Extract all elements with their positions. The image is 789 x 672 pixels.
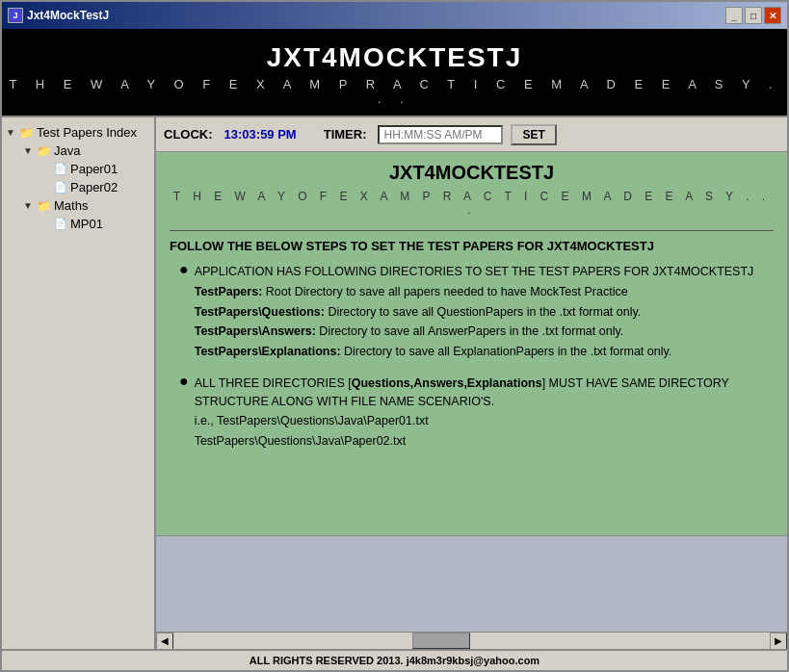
close-button[interactable]: ✕: [764, 7, 781, 24]
sidebar: ▼ 📁 Test Papers Index ▼ 📁 Java 📄: [2, 117, 156, 649]
content-scroll[interactable]: JXT4MOCKTESTJ T H E W A Y O F E X A M P …: [156, 152, 787, 535]
title-bar-text: J Jxt4MockTestJ: [8, 8, 109, 23]
list-item-1-line-5: TestPapers\Explanations: Directory to sa…: [195, 343, 774, 361]
bullet-1: ●: [179, 261, 189, 363]
content-title: JXT4MOCKTESTJ: [170, 162, 774, 184]
sidebar-item-java[interactable]: ▼ 📁 Java: [23, 142, 150, 160]
h-scroll-left-btn[interactable]: ◀: [156, 633, 173, 650]
sidebar-maths-label: Maths: [54, 198, 88, 213]
h-scrollbar[interactable]: ◀ ▶: [156, 632, 787, 649]
app-icon: J: [8, 8, 23, 23]
sidebar-item-mp01[interactable]: 📄 MP01: [40, 215, 150, 233]
maths-arrow-icon: ▼: [23, 200, 37, 211]
h-scroll-thumb[interactable]: [412, 633, 470, 649]
list-item-1-line-3: TestPapers\Questions: Directory to save …: [195, 303, 774, 322]
list-item-2-line-1: ALL THREE DIRECTORIES [Questions,Answers…: [195, 375, 774, 411]
sidebar-item-maths[interactable]: ▼ 📁 Maths: [23, 196, 150, 215]
maths-folder-icon: 📁: [37, 199, 51, 213]
tree-children-root: ▼ 📁 Java 📄 Paper01 📄 Pap: [6, 142, 150, 233]
toolbar: CLOCK: 13:03:59 PM TIMER: SET: [156, 117, 787, 152]
content-area: JXT4MOCKTESTJ T H E W A Y O F E X A M P …: [156, 152, 787, 649]
sidebar-paper01-label: Paper01: [70, 162, 118, 176]
maximize-button[interactable]: □: [745, 7, 762, 24]
paper02-file-icon: 📄: [54, 181, 67, 194]
main-window: J Jxt4MockTestJ _ □ ✕ JXT4MOCKTESTJ T H …: [0, 0, 789, 672]
minimize-button[interactable]: _: [725, 7, 743, 24]
content-heading: FOLLOW THE BELOW STEPS TO SET THE TEST P…: [170, 239, 774, 253]
list-content-1: APPLICATION HAS FOLLOWING DIRECTORIES TO…: [195, 263, 774, 363]
sidebar-mp01-label: MP01: [70, 217, 103, 231]
clock-value: 13:03:59 PM: [224, 127, 297, 142]
tree-children-maths: 📄 MP01: [23, 215, 150, 233]
header-title: JXT4MOCKTESTJ: [2, 42, 787, 73]
footer: ALL RIGHTS RESERVED 2013. j4k8m3r9kbsj@y…: [2, 649, 787, 670]
content-list: ● APPLICATION HAS FOLLOWING DIRECTORIES …: [170, 263, 774, 452]
list-item-2: ● ALL THREE DIRECTORIES [Questions,Answe…: [179, 375, 774, 452]
sidebar-root-item[interactable]: ▼ 📁 Test Papers Index: [6, 123, 150, 142]
content-divider: [170, 230, 774, 231]
list-item-2-line-3: TestPapers\Questions\Java\Paper02.txt: [195, 432, 774, 451]
tree-children-java: 📄 Paper01 📄 Paper02: [23, 160, 150, 196]
timer-label: TIMER:: [324, 127, 367, 142]
list-item-2-line-2: i.e., TestPapers\Questions\Java\Paper01.…: [195, 412, 774, 430]
root-arrow-icon: ▼: [6, 127, 19, 138]
tree-root: ▼ 📁 Test Papers Index ▼ 📁 Java 📄: [2, 121, 154, 235]
timer-input[interactable]: [378, 125, 503, 144]
list-item-1-line-1: APPLICATION HAS FOLLOWING DIRECTORIES TO…: [195, 263, 774, 281]
java-folder-icon: 📁: [37, 144, 51, 158]
header-banner: JXT4MOCKTESTJ T H E W A Y O F E X A M P …: [2, 29, 787, 116]
paper02-spacer: [40, 182, 54, 193]
main-content: ▼ 📁 Test Papers Index ▼ 📁 Java 📄: [2, 116, 787, 649]
sidebar-root-label: Test Papers Index: [37, 125, 137, 140]
java-arrow-icon: ▼: [23, 145, 37, 156]
window-controls: _ □ ✕: [725, 7, 781, 24]
sidebar-item-paper02[interactable]: 📄 Paper02: [40, 178, 150, 196]
list-item-1-line-2: TestPapers: Root Directory to save all p…: [195, 283, 774, 301]
root-folder-icon: 📁: [19, 126, 34, 140]
bullet-2: ●: [179, 373, 189, 452]
list-item-1-line-4: TestPapers\Answers: Directory to save al…: [195, 323, 774, 341]
set-button[interactable]: SET: [511, 124, 556, 145]
bottom-area: [156, 535, 787, 632]
sidebar-paper02-label: Paper02: [70, 180, 118, 194]
mp01-file-icon: 📄: [54, 218, 67, 230]
content-tagline: T H E W A Y O F E X A M P R A C T I C E …: [170, 190, 774, 217]
paper01-file-icon: 📄: [54, 163, 67, 175]
h-scroll-track[interactable]: [173, 633, 770, 649]
right-panel: CLOCK: 13:03:59 PM TIMER: SET JXT4MOCKTE…: [156, 117, 787, 649]
clock-label: CLOCK:: [164, 127, 213, 142]
list-content-2: ALL THREE DIRECTORIES [Questions,Answers…: [195, 375, 774, 452]
sidebar-item-paper01[interactable]: 📄 Paper01: [40, 160, 150, 178]
header-subtitle: T H E W A Y O F E X A M P R A C T I C E …: [2, 77, 787, 106]
h-scroll-right-btn[interactable]: ▶: [770, 633, 787, 650]
title-bar: J Jxt4MockTestJ _ □ ✕: [2, 2, 787, 29]
sidebar-java-label: Java: [54, 143, 80, 158]
footer-text: ALL RIGHTS RESERVED 2013. j4k8m3r9kbsj@y…: [250, 655, 539, 666]
list-item-1: ● APPLICATION HAS FOLLOWING DIRECTORIES …: [179, 263, 774, 363]
paper01-spacer: [40, 164, 54, 174]
mp01-spacer: [40, 219, 54, 229]
